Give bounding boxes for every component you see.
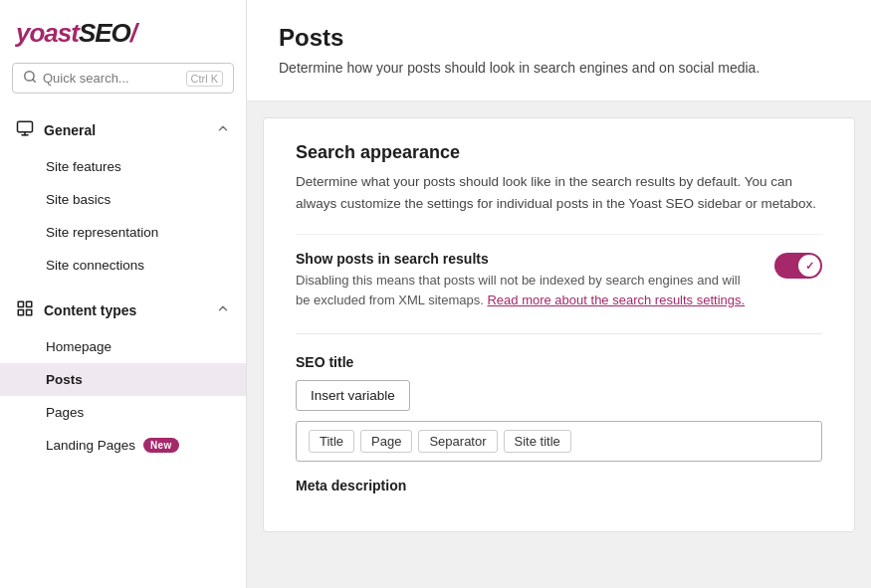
seo-title-field-group: SEO title Insert variable Title Page Sep… [296,354,822,462]
svg-rect-2 [18,121,33,132]
landing-pages-item-inner: Landing Pages New [46,438,230,453]
sidebar-item-pages[interactable]: Pages [0,396,246,429]
insert-variable-button[interactable]: Insert variable [296,380,410,411]
search-placeholder: Quick search... [43,71,180,86]
meta-description-label: Meta description [296,478,822,493]
svg-line-1 [33,80,36,83]
seo-tag-separator: Separator [418,430,497,453]
seo-title-input[interactable]: Title Page Separator Site title [296,421,822,462]
seo-tag-page: Page [360,430,412,453]
sidebar-item-site-features[interactable]: Site features [0,150,246,183]
search-icon [23,70,37,87]
svg-rect-7 [27,310,32,315]
general-chevron-icon [216,121,230,138]
content-types-icon [16,299,34,320]
general-label: General [44,122,96,138]
toggle-check-icon: ✓ [805,260,814,273]
show-posts-setting-row: Show posts in search results Disabling t… [296,234,822,325]
sidebar-item-site-basics[interactable]: Site basics [0,183,246,216]
nav-section-content-types: Content types Homepage Posts Pages Landi… [0,286,246,466]
svg-rect-8 [18,310,23,315]
search-shortcut: Ctrl K [186,71,224,87]
landing-pages-label: Landing Pages [46,438,135,453]
content-types-nav-items: Homepage Posts Pages Landing Pages New [0,330,246,462]
content-types-chevron-icon [216,301,230,318]
sidebar: yoast SEO/ Quick search... Ctrl K Genera… [0,0,247,588]
page-title: Posts [279,24,839,52]
sidebar-item-site-representation[interactable]: Site representation [0,216,246,249]
logo: yoast SEO/ [0,0,246,63]
svg-rect-6 [27,301,32,306]
content-types-label: Content types [44,302,136,318]
logo-slash: / [130,18,137,49]
new-badge: New [143,438,178,453]
search-appearance-title: Search appearance [296,142,822,163]
show-posts-description: Disabling this means that posts will not… [296,271,755,309]
show-posts-label: Show posts in search results [296,251,755,267]
nav-section-general-header[interactable]: General [0,109,246,150]
seo-tag-site-title: Site title [504,430,571,453]
main-content: Posts Determine how your posts should lo… [247,0,871,588]
sidebar-item-site-connections[interactable]: Site connections [0,249,246,282]
logo-yoast: yoast [16,18,79,49]
read-more-link[interactable]: Read more about the search results setti… [487,293,745,307]
sidebar-item-homepage[interactable]: Homepage [0,330,246,363]
seo-title-label: SEO title [296,354,822,370]
logo-seo: SEO [79,18,130,49]
show-posts-toggle[interactable]: ✓ [774,253,822,279]
show-posts-label-group: Show posts in search results Disabling t… [296,251,774,309]
seo-tag-title: Title [309,430,354,453]
meta-description-section: Meta description [296,478,822,493]
search-appearance-description: Determine what your posts should look li… [296,171,822,214]
sidebar-item-landing-pages[interactable]: Landing Pages New [0,429,246,462]
search-bar[interactable]: Quick search... Ctrl K [12,63,234,94]
toggle-thumb: ✓ [798,255,820,277]
section-divider [296,333,822,334]
nav-section-content-types-header[interactable]: Content types [0,290,246,330]
toggle-track: ✓ [774,253,822,279]
sidebar-item-posts[interactable]: Posts [0,363,246,396]
general-nav-items: Site features Site basics Site represent… [0,150,246,282]
nav-section-general: General Site features Site basics Site r… [0,105,246,286]
general-icon [16,119,34,140]
page-subtitle: Determine how your posts should look in … [279,58,839,79]
search-appearance-section: Search appearance Determine what your po… [263,117,855,532]
svg-rect-5 [18,301,23,306]
page-header: Posts Determine how your posts should lo… [247,0,871,101]
